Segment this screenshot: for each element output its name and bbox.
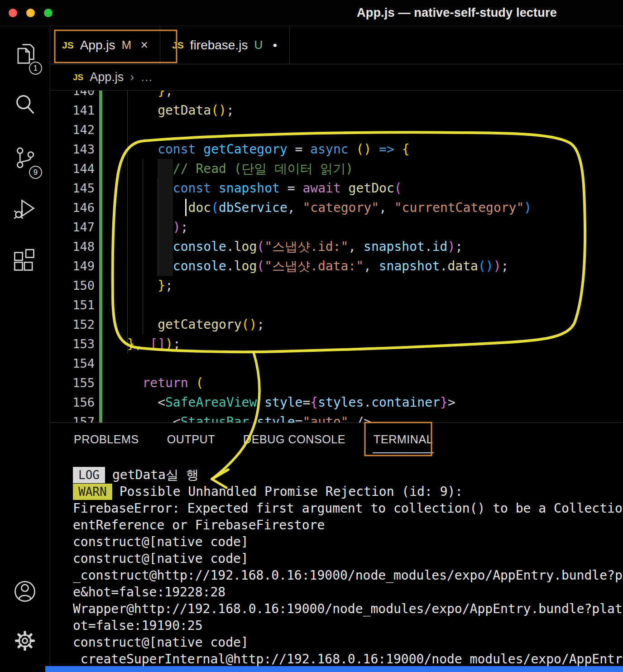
breadcrumb-more[interactable]: … [140,70,153,84]
javascript-file-icon: JS [172,40,184,51]
line-number: 147 [50,220,95,234]
code-line[interactable]: 143 const getCategory = async () => { [50,139,623,159]
window-title: App.js — native-self-study lecture [357,0,557,26]
code-line[interactable]: 140 }; [50,91,623,101]
javascript-file-icon: JS [62,40,74,51]
minimize-window-button[interactable] [26,9,35,17]
sidebar-item-explorer[interactable]: 1 [10,40,39,69]
code-line[interactable]: 151 [50,295,623,315]
line-number: 146 [50,201,95,215]
code-text: const getCategory = async () => { [112,142,410,157]
panel-tab-terminal[interactable]: TERMINAL [373,426,434,453]
code-line[interactable]: 148 console.log("스냅샷.id:", snapshot.id); [50,237,623,256]
line-number: 145 [50,181,95,195]
log-badge: LOG [73,467,105,483]
code-line[interactable]: 154 [50,354,623,373]
code-line[interactable]: 142 [50,120,623,139]
line-number: 142 [50,123,95,137]
chevron-right-icon: › [130,70,134,84]
git-untracked-marker: U [254,38,263,52]
terminal-line: construct@[native code] [73,550,623,567]
code-lines: 140 };141 getData();142143 const getCate… [50,91,623,422]
code-text: }, []); [112,336,181,351]
line-number: 140 [50,91,95,98]
terminal-line: FirebaseError: Expected first argument t… [73,500,623,517]
line-number: 157 [50,415,95,422]
terminal-line: ot=false:19190:25 [73,617,623,634]
terminal-output[interactable]: LOGgetData실 행WARNPossible Unhandled Prom… [50,456,623,667]
terminal-text: e&hot=false:19228:28 [73,585,225,600]
code-text: }; [112,278,173,293]
terminal-line: LOGgetData실 행 [73,466,623,483]
terminal-line: entReference or FirebaseFirestore [73,517,623,533]
code-text: getCategory(); [112,317,264,332]
code-text: ); [112,220,188,235]
terminal-text: _construct@http://192.168.0.16:19000/nod… [73,568,623,583]
code-line[interactable]: 144 // Read (단일 데이터 읽기) [50,159,623,178]
terminal-text: _createSuperInternal@http://192.168.0.16… [73,652,623,667]
sidebar-item-settings[interactable] [10,627,39,656]
code-text: }; [112,91,173,98]
code-line[interactable]: 146 doc(dbService, "category", "currentC… [50,198,623,217]
terminal-text: FirebaseError: Expected first argument t… [73,501,623,516]
terminal-text: Possible Unhandled Promise Rejection (id… [120,484,463,499]
code-line[interactable]: 149 console.log("스냅샷.data:", snapshot.da… [50,256,623,276]
line-number: 148 [50,240,95,254]
sidebar-item-search[interactable] [10,91,39,120]
code-line[interactable]: 152 getCategory(); [50,315,623,334]
zoom-window-button[interactable] [44,9,53,17]
line-number: 154 [50,356,95,370]
breadcrumb-item-file[interactable]: App.js [90,70,124,84]
line-number: 143 [50,142,95,156]
close-tab-icon[interactable]: × [140,38,148,53]
panel-tab-problems[interactable]: PROBLEMS [73,426,140,453]
editor-tab-bar: JS App.js M × JS firebase.js U ● [50,26,623,64]
close-window-button[interactable] [9,9,17,17]
tab-firebasejs[interactable]: JS firebase.js U ● [160,26,289,64]
sidebar-item-account[interactable] [10,578,39,607]
gear-icon [12,628,38,653]
text-cursor [185,199,187,216]
account-icon [12,579,38,604]
tab-appjs[interactable]: JS App.js M × [50,26,160,64]
line-number: 155 [50,376,95,390]
warn-badge: WARN [73,484,112,500]
line-number: 153 [50,337,95,351]
code-text: getData(); [112,103,234,118]
code-line[interactable]: 157 <StatusBar style="auto" /> [50,412,623,422]
terminal-line: Wrapper@http://192.168.0.16:19000/node_m… [73,600,623,617]
sidebar-item-source-control[interactable]: 9 [10,144,39,173]
code-line[interactable]: 156 <SafeAreaView style={styles.containe… [50,393,623,412]
terminal-text: entReference or FirebaseFirestore [73,518,325,533]
code-line[interactable]: 145 const snapshot = await getDoc( [50,178,623,198]
sidebar-item-extensions[interactable] [10,247,39,276]
panel-tab-output[interactable]: OUTPUT [166,426,216,453]
explorer-badge: 1 [29,62,42,75]
sidebar-item-run-debug[interactable] [10,195,39,224]
title-bar: App.js — native-self-study lecture [0,0,623,26]
terminal-text: construct@[native code] [73,635,249,650]
code-text: return ( [112,375,203,390]
code-line[interactable]: 147 ); [50,217,623,237]
code-text: const snapshot = await getDoc( [112,181,402,196]
line-number: 141 [50,103,95,117]
code-line[interactable]: 155 return ( [50,373,623,393]
code-editor[interactable]: 140 };141 getData();142143 const getCate… [50,91,623,422]
search-icon [12,92,38,117]
code-text: doc(dbService, "category", "currentCateg… [112,200,532,215]
terminal-line: _construct@http://192.168.0.16:19000/nod… [73,567,623,584]
unsaved-dot-icon[interactable]: ● [273,41,277,50]
terminal-line: construct@[native code] [73,634,623,651]
javascript-file-icon: JS [73,72,83,82]
tab-label: App.js [80,38,115,53]
code-line[interactable]: 150 }; [50,276,623,295]
panel-tab-debug-console[interactable]: DEBUG CONSOLE [242,426,346,453]
line-number: 152 [50,317,95,331]
panel-tab-bar: PROBLEMS OUTPUT DEBUG CONSOLE TERMINAL [50,423,623,456]
code-line[interactable]: 153 }, []); [50,334,623,354]
code-line[interactable]: 141 getData(); [50,101,623,120]
activity-bar: 1 9 [0,26,50,672]
extensions-icon [12,248,38,274]
terminal-text: ot=false:19190:25 [73,618,203,633]
line-number: 149 [50,259,95,273]
